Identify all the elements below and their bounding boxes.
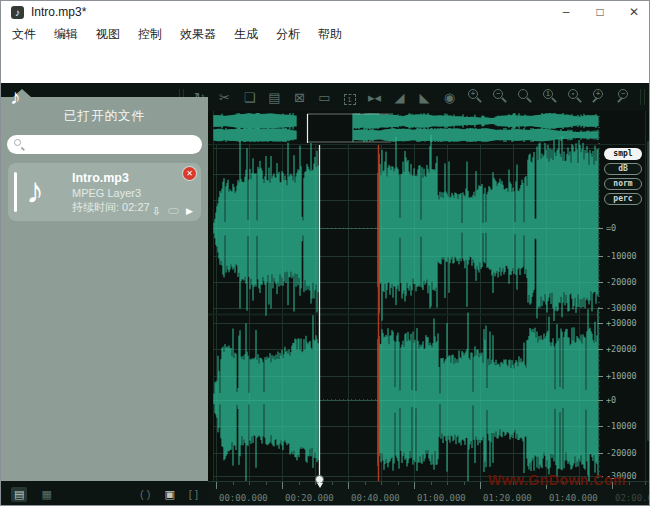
loop-region-icon[interactable]: ( ) bbox=[140, 488, 150, 500]
zoom-out-icon[interactable]: − bbox=[487, 89, 512, 105]
cut-icon[interactable]: ✂ bbox=[212, 90, 237, 105]
axis-tick bbox=[598, 282, 603, 283]
app-note-icon: ♪ bbox=[11, 6, 24, 19]
search-box[interactable] bbox=[7, 135, 202, 154]
axis-tick bbox=[598, 228, 603, 229]
sidebar-header: 已打开的文件 bbox=[1, 108, 208, 125]
axis-tick bbox=[598, 323, 603, 324]
zoom-selection-icon[interactable]: ▪ bbox=[562, 89, 587, 105]
file-play-button[interactable]: ▶ bbox=[186, 206, 193, 216]
axis-label: -10000 bbox=[606, 251, 637, 261]
scale-button-dB[interactable]: dB bbox=[604, 163, 642, 175]
axis-tick bbox=[598, 376, 603, 377]
thumbnails-view-icon[interactable]: ▦ bbox=[41, 488, 51, 501]
axis-tick bbox=[598, 256, 603, 257]
gain-icon[interactable]: ◉ bbox=[437, 90, 462, 105]
delete-icon[interactable]: ⊠ bbox=[287, 90, 312, 105]
zoom-in-icon[interactable]: + bbox=[462, 89, 487, 105]
menu-item-7[interactable]: 帮助 bbox=[309, 24, 351, 45]
menu-bar: 文件编辑视图控制效果器生成分析帮助 bbox=[1, 23, 650, 45]
menu-item-6[interactable]: 分析 bbox=[267, 24, 309, 45]
close-button[interactable]: ✕ bbox=[617, 5, 650, 19]
file-disc-icon bbox=[168, 208, 179, 214]
sidebar-tab-note-icon[interactable]: ♪ bbox=[10, 85, 21, 109]
axis-label: -10000 bbox=[606, 421, 637, 431]
status-bar: ▤▦ ( )▣[ ] bbox=[1, 481, 208, 506]
search-icon bbox=[14, 139, 25, 150]
ruler-label: 01:40.000 bbox=[549, 493, 598, 503]
ruler-label: 00:20.000 bbox=[285, 493, 334, 503]
ruler-label: 01:20.000 bbox=[483, 493, 532, 503]
file-note-icon: ♪ bbox=[26, 171, 44, 211]
waveform-display[interactable] bbox=[208, 111, 650, 481]
file-name: Intro.mp3 bbox=[72, 171, 193, 186]
axis-tick bbox=[598, 453, 603, 454]
menu-item-1[interactable]: 编辑 bbox=[45, 24, 87, 45]
menu-item-4[interactable]: 效果器 bbox=[171, 24, 225, 45]
axis-label: =0 bbox=[606, 223, 616, 233]
selection-duration-icon[interactable]: 1 bbox=[337, 90, 362, 105]
insert-marker-icon[interactable]: ▸◂ bbox=[362, 90, 387, 105]
scale-mode-buttons: smpldBnormperc bbox=[604, 145, 644, 208]
watermark-text: Www.GnDown.Com bbox=[488, 472, 626, 488]
ruler-tick bbox=[414, 482, 415, 489]
overview-panel-icon[interactable]: ▣ bbox=[164, 488, 174, 501]
menu-item-3[interactable]: 控制 bbox=[129, 24, 171, 45]
vertical-zoom-out-icon[interactable]: − bbox=[612, 89, 637, 105]
axis-tick bbox=[598, 349, 603, 350]
file-save-icon[interactable]: ⇩ bbox=[152, 205, 161, 217]
axis-label: +0 bbox=[606, 395, 616, 405]
zoom-icon[interactable] bbox=[512, 89, 537, 105]
axis-label: +20000 bbox=[606, 344, 637, 354]
axis-label: +30000 bbox=[606, 318, 637, 328]
title-bar: ♪ Intro.mp3* – □ ✕ bbox=[1, 1, 650, 23]
vertical-scrollbar[interactable] bbox=[645, 111, 650, 481]
axis-tick bbox=[598, 426, 603, 427]
file-close-button[interactable]: ✕ bbox=[183, 167, 196, 180]
zoom-original-icon[interactable]: 1 bbox=[537, 89, 562, 105]
menu-item-2[interactable]: 视图 bbox=[87, 24, 129, 45]
file-list-view-icon[interactable]: ▤ bbox=[11, 487, 27, 502]
playhead-pin[interactable] bbox=[315, 475, 324, 484]
paste-icon[interactable]: ▤ bbox=[262, 90, 287, 105]
minimize-button[interactable]: – bbox=[549, 5, 583, 19]
ruler-label: 01:00.000 bbox=[417, 493, 466, 503]
ruler-label: 02:00.000 bbox=[615, 493, 650, 503]
axis-label: +10000 bbox=[606, 371, 637, 381]
axis-tick bbox=[598, 400, 603, 401]
copy-icon[interactable]: ❏ bbox=[237, 90, 262, 105]
maximize-button[interactable]: □ bbox=[583, 5, 617, 19]
scale-button-smpl[interactable]: smpl bbox=[604, 148, 642, 160]
application-window: ♪ Intro.mp3* – □ ✕ 文件编辑视图控制效果器生成分析帮助 44.… bbox=[0, 0, 650, 506]
trim-icon[interactable]: ▭ bbox=[312, 90, 337, 105]
ruler-tick bbox=[348, 482, 349, 489]
axis-tick bbox=[598, 308, 603, 309]
fade-in-icon[interactable]: ◢ bbox=[387, 90, 412, 105]
axis-label: -20000 bbox=[606, 277, 637, 287]
scale-button-perc[interactable]: perc bbox=[604, 193, 642, 205]
toolbar-separator bbox=[640, 89, 645, 105]
menu-item-0[interactable]: 文件 bbox=[3, 24, 45, 45]
transport-toolbar: 44.1 kHz stereo -0000:00:54.460 ◄◄►►↺↻●→… bbox=[1, 45, 650, 83]
menu-item-5[interactable]: 生成 bbox=[225, 24, 267, 45]
file-sidebar: 已打开的文件 ♪ Intro.mp3 MPEG Layer3 持续时间: 02:… bbox=[1, 97, 208, 481]
ruler-tick bbox=[480, 482, 481, 489]
scale-button-norm[interactable]: norm bbox=[604, 178, 642, 190]
axis-label: -30000 bbox=[606, 303, 637, 313]
fade-out-icon[interactable]: ◣ bbox=[412, 90, 437, 105]
window-title: Intro.mp3* bbox=[31, 5, 86, 19]
ruler-tick bbox=[216, 482, 217, 489]
selection-panel-icon[interactable]: [ ] bbox=[189, 488, 198, 500]
search-input[interactable] bbox=[29, 139, 195, 151]
waveform-panel: smpldBnormperc =0-10000-20000-30000+3000… bbox=[208, 111, 650, 506]
file-format: MPEG Layer3 bbox=[72, 186, 193, 200]
selected-indicator bbox=[14, 172, 17, 212]
file-card[interactable]: ♪ Intro.mp3 MPEG Layer3 持续时间: 02:27 ✕ ⇩ … bbox=[8, 163, 201, 221]
ruler-label: 00:40.000 bbox=[351, 493, 400, 503]
ruler-tick bbox=[282, 482, 283, 489]
axis-label: -20000 bbox=[606, 448, 637, 458]
vertical-zoom-in-icon[interactable]: + bbox=[587, 89, 612, 105]
ruler-label: 00:00.000 bbox=[219, 493, 268, 503]
